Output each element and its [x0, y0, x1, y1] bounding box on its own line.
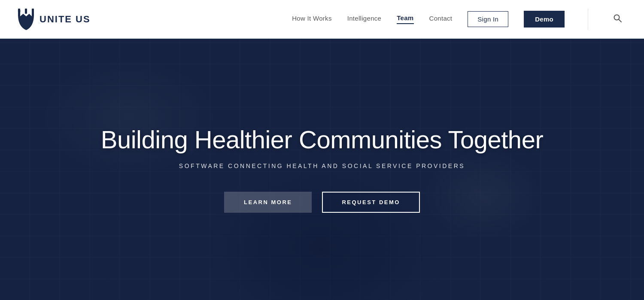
request-demo-button[interactable]: REQUEST DEMO — [322, 192, 419, 213]
svg-rect-1 — [25, 9, 27, 14]
hero-content: Building Healthier Communities Together … — [75, 126, 569, 213]
demo-button[interactable]: Demo — [524, 11, 565, 28]
nav-link-team[interactable]: Team — [397, 14, 413, 24]
nav-link-contact[interactable]: Contact — [429, 15, 453, 24]
search-button[interactable] — [608, 10, 627, 28]
nav-divider — [588, 9, 588, 30]
hero-subtitle: SOFTWARE CONNECTING HEALTH AND SOCIAL SE… — [101, 162, 543, 169]
nav-link-how-it-works[interactable]: How It Works — [292, 15, 332, 24]
header: UNITE US How It Works Intelligence Team … — [0, 0, 644, 39]
nav-link-intelligence[interactable]: Intelligence — [347, 15, 382, 24]
learn-more-button[interactable]: LEARN MORE — [224, 192, 312, 213]
signin-button[interactable]: Sign In — [468, 11, 508, 27]
hero-section: Building Healthier Communities Together … — [0, 39, 644, 300]
hero-title: Building Healthier Communities Together — [101, 126, 543, 153]
logo-icon — [17, 9, 35, 30]
logo-link[interactable]: UNITE US — [17, 9, 91, 30]
hero-buttons: LEARN MORE REQUEST DEMO — [101, 192, 543, 213]
brand-name: UNITE US — [39, 14, 91, 25]
svg-line-5 — [619, 19, 621, 22]
search-icon — [613, 14, 622, 22]
main-nav: How It Works Intelligence Team Contact S… — [292, 9, 627, 30]
